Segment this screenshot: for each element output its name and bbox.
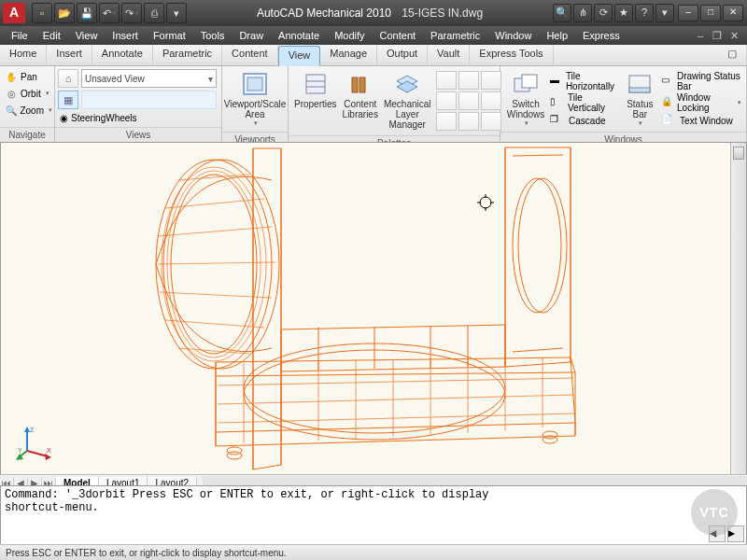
menu-view[interactable]: View xyxy=(68,28,106,43)
properties-button[interactable]: Properties xyxy=(291,69,340,133)
wireframe-model xyxy=(1,143,733,477)
qat-dropdown-icon[interactable]: ▾ xyxy=(166,3,187,23)
text-window-button[interactable]: 📄Text Window xyxy=(661,114,741,127)
ribbon-tabs: Home Insert Annotate Parametric Content … xyxy=(0,45,747,66)
switch-windows-button[interactable]: Switch Windows xyxy=(503,69,548,129)
tab-annotate[interactable]: Annotate xyxy=(92,45,153,65)
tab-view[interactable]: View xyxy=(278,46,321,66)
doc-restore-button[interactable]: ❐ xyxy=(710,30,725,42)
infocenter: 🔍 ⋔ ⟳ ★ ? ▾ xyxy=(553,4,674,22)
content-libraries-button[interactable]: Content Libraries xyxy=(340,69,381,133)
qat-new-icon[interactable]: ▫ xyxy=(32,3,52,23)
orbit-cursor-icon xyxy=(477,194,494,211)
palette-slot-1[interactable] xyxy=(436,71,457,90)
zoom-button[interactable]: 🔍Zoom xyxy=(3,103,54,118)
tab-home[interactable]: Home xyxy=(0,45,47,65)
drawing-status-icon: ▭ xyxy=(661,75,673,88)
svg-rect-2 xyxy=(306,75,325,93)
palette-slot-6[interactable] xyxy=(481,91,501,110)
orbit-button[interactable]: ◎Orbit xyxy=(3,86,54,101)
window-title: AutoCAD Mechanical 2010 15-IGES IN.dwg xyxy=(187,7,553,20)
palette-slot-9[interactable] xyxy=(481,112,501,131)
ribbon: ✋Pan ◎Orbit 🔍Zoom Navigate ⌂ Unsaved Vie… xyxy=(0,66,747,144)
drawing-viewport[interactable]: Z X Y xyxy=(0,142,747,476)
drawing-status-bar-button[interactable]: ▭Drawing Status Bar xyxy=(661,71,741,91)
window-locking-button[interactable]: 🔒Window Locking xyxy=(661,92,741,113)
svg-rect-5 xyxy=(352,77,358,92)
scrollbar-thumb[interactable] xyxy=(733,147,744,160)
tab-insert[interactable]: Insert xyxy=(47,45,92,65)
status-bar-button[interactable]: Status Bar xyxy=(621,69,660,129)
command-line[interactable]: Command: '_3dorbit Press ESC or ENTER to… xyxy=(0,485,747,545)
menu-tools[interactable]: Tools xyxy=(193,28,233,43)
tab-vault[interactable]: Vault xyxy=(428,45,470,65)
qat-undo-icon[interactable]: ↶ xyxy=(99,3,120,23)
svg-rect-1 xyxy=(247,77,262,91)
doc-minimize-button[interactable]: – xyxy=(693,30,708,42)
palette-slot-2[interactable] xyxy=(458,71,479,90)
favorites-icon[interactable]: ★ xyxy=(614,4,633,22)
views-combo[interactable]: Unsaved View ▾ xyxy=(81,69,217,88)
content-libraries-label: Content Libraries xyxy=(343,99,378,119)
vertical-scrollbar[interactable] xyxy=(730,143,746,475)
menu-content[interactable]: Content xyxy=(373,28,424,43)
app-menu-button[interactable]: A xyxy=(3,3,25,23)
search-icon[interactable]: 🔍 xyxy=(553,4,571,22)
window-options: ▭Drawing Status Bar 🔒Window Locking 📄Tex… xyxy=(659,69,743,129)
palette-slot-4[interactable] xyxy=(436,91,457,110)
help-dropdown-icon[interactable]: ▾ xyxy=(655,4,674,22)
menu-parametric[interactable]: Parametric xyxy=(423,28,487,43)
close-button[interactable]: ✕ xyxy=(723,5,743,21)
menu-edit[interactable]: Edit xyxy=(35,28,68,43)
comm-icon[interactable]: ⟳ xyxy=(594,4,613,22)
view-manager-icon[interactable]: ▦ xyxy=(58,91,78,109)
menu-express[interactable]: Express xyxy=(575,28,627,43)
status-bar-icon xyxy=(626,71,654,97)
minimize-button[interactable]: – xyxy=(678,5,698,21)
doc-close-button[interactable]: ✕ xyxy=(726,30,741,42)
lock-icon: 🔒 xyxy=(661,96,673,109)
steering-wheels-button[interactable]: ◉ SteeringWheels xyxy=(58,112,217,124)
tab-manage[interactable]: Manage xyxy=(320,45,377,65)
svg-point-52 xyxy=(227,447,242,455)
tile-horizontally-button[interactable]: ▬Tile Horizontally xyxy=(550,71,618,91)
subscription-icon[interactable]: ⋔ xyxy=(573,4,592,22)
home-view-icon[interactable]: ⌂ xyxy=(58,69,78,88)
zoom-icon: 🔍 xyxy=(5,104,17,117)
status-hint: Press ESC or ENTER to exit, or right-cli… xyxy=(6,548,287,558)
zoom-label: Zoom xyxy=(20,105,44,116)
qat-save-icon[interactable]: 💾 xyxy=(77,3,97,23)
menu-window[interactable]: Window xyxy=(487,28,539,43)
pan-button[interactable]: ✋Pan xyxy=(3,69,54,84)
menu-help[interactable]: Help xyxy=(539,28,575,43)
menu-modify[interactable]: Modify xyxy=(327,28,372,43)
qat-redo-icon[interactable]: ↷ xyxy=(121,3,142,23)
qat-open-icon[interactable]: 📂 xyxy=(54,3,75,23)
palette-slot-3[interactable] xyxy=(481,71,501,90)
palette-slot-7[interactable] xyxy=(436,112,457,131)
tile-group: ▬Tile Horizontally ▯Tile Vertically ❐Cas… xyxy=(548,69,620,129)
maximize-button[interactable]: □ xyxy=(700,5,721,21)
menu-annotate[interactable]: Annotate xyxy=(271,28,327,43)
tab-express-tools[interactable]: Express Tools xyxy=(470,45,553,65)
tile-vertically-button[interactable]: ▯Tile Vertically xyxy=(550,92,618,113)
palette-slot-8[interactable] xyxy=(458,112,479,131)
menu-format[interactable]: Format xyxy=(146,28,193,43)
viewport-scale-button[interactable]: Viewport/Scale Area xyxy=(226,69,284,129)
palette-slot-5[interactable] xyxy=(458,91,479,110)
window-controls: – □ ✕ xyxy=(678,5,743,21)
menu-bar: File Edit View Insert Format Tools Draw … xyxy=(0,26,747,45)
qat-plot-icon[interactable]: ⎙ xyxy=(144,3,164,23)
menu-file[interactable]: File xyxy=(4,28,35,43)
view-slot[interactable] xyxy=(81,91,217,109)
menu-draw[interactable]: Draw xyxy=(232,28,271,43)
help-icon[interactable]: ? xyxy=(635,4,654,22)
menu-insert[interactable]: Insert xyxy=(105,28,146,43)
panel-viewports: Viewport/Scale Area Viewports xyxy=(222,66,289,143)
tab-expand-icon[interactable]: ▢ xyxy=(718,45,747,65)
cascade-button[interactable]: ❐Cascade xyxy=(550,114,618,127)
layer-manager-button[interactable]: Mechanical Layer Manager xyxy=(381,69,434,133)
tab-output[interactable]: Output xyxy=(377,45,428,65)
tab-content[interactable]: Content xyxy=(222,45,278,65)
tab-parametric[interactable]: Parametric xyxy=(153,45,222,65)
